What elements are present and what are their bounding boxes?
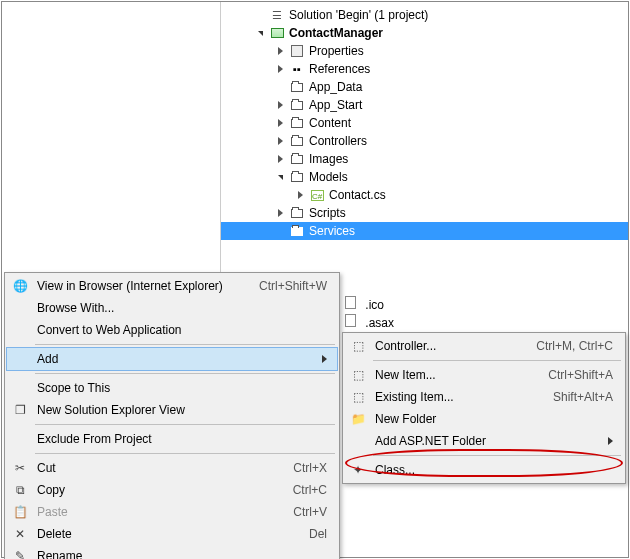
menu-separator [373,455,621,456]
expander-closed-icon[interactable] [273,206,287,220]
file-icon [342,294,358,310]
solution-icon: ☰ [269,7,285,23]
menu-separator [35,424,335,425]
menu-view-in-browser[interactable]: 🌐 View in Browser (Internet Explorer) Ct… [7,275,337,297]
menu-add[interactable]: Add [7,348,337,370]
solution-node[interactable]: ☰ Solution 'Begin' (1 project) [221,6,628,24]
controller-icon: ⬚ [350,338,366,354]
menu-add-existing-item[interactable]: ⬚ Existing Item... Shift+Alt+A [345,386,623,408]
submenu-arrow-icon [322,355,327,363]
node-label: Controllers [309,132,367,150]
node-label: Content [309,114,351,132]
tree-node-contactcs[interactable]: C# Contact.cs [221,186,628,204]
menu-separator [35,453,335,454]
shortcut-label: Del [309,527,327,541]
folder-icon [289,169,305,185]
delete-icon: ✕ [12,526,28,542]
tree-node-appstart[interactable]: App_Start [221,96,628,114]
tree-node-services-selected[interactable]: Services [221,222,628,240]
node-label: Properties [309,42,364,60]
project-node[interactable]: ContactManager [221,24,628,42]
expander-open-icon[interactable] [273,170,287,184]
tree-node-models[interactable]: Models [221,168,628,186]
expander-closed-icon[interactable] [273,98,287,112]
new-item-icon: ⬚ [350,367,366,383]
cut-icon: ✂ [12,460,28,476]
peek-label: .asax [365,316,394,330]
shortcut-label: Ctrl+X [293,461,327,475]
node-label: Scripts [309,204,346,222]
class-icon: ✦ [350,462,366,478]
expander-closed-icon[interactable] [273,116,287,130]
menu-copy[interactable]: ⧉ Copy Ctrl+C [7,479,337,501]
folder-icon [289,223,305,239]
project-icon [269,25,285,41]
node-label: App_Data [309,78,362,96]
folder-icon [289,97,305,113]
shortcut-label: Ctrl+V [293,505,327,519]
submenu-arrow-icon [608,437,613,445]
tree-node-controllers[interactable]: Controllers [221,132,628,150]
references-icon: ▪▪ [289,61,305,77]
node-label: Images [309,150,348,168]
existing-item-icon: ⬚ [350,389,366,405]
menu-exclude-from-project[interactable]: Exclude From Project [7,428,337,450]
menu-cut[interactable]: ✂ Cut Ctrl+X [7,457,337,479]
folder-icon [289,115,305,131]
peek-row-ico[interactable]: .ico [342,294,384,312]
shortcut-label: Ctrl+Shift+A [548,368,613,382]
tree-node-appdata[interactable]: App_Data [221,78,628,96]
node-label: References [309,60,370,78]
tree-node-references[interactable]: ▪▪ References [221,60,628,78]
menu-add-class[interactable]: ✦ Class... [345,459,623,481]
project-label: ContactManager [289,24,383,42]
tree-node-properties[interactable]: Properties [221,42,628,60]
shortcut-label: Ctrl+M, Ctrl+C [536,339,613,353]
expander-closed-icon[interactable] [293,188,307,202]
menu-browse-with[interactable]: Browse With... [7,297,337,319]
peek-row-asax[interactable]: .asax [342,312,394,330]
menu-add-new-item[interactable]: ⬚ New Item... Ctrl+Shift+A [345,364,623,386]
paste-icon: 📋 [12,504,28,520]
menu-paste: 📋 Paste Ctrl+V [7,501,337,523]
window-icon: ❐ [12,402,28,418]
node-label: Contact.cs [329,186,386,204]
wrench-icon [289,43,305,59]
menu-new-solution-explorer-view[interactable]: ❐ New Solution Explorer View [7,399,337,421]
menu-separator [373,360,621,361]
solution-label: Solution 'Begin' (1 project) [289,6,428,24]
folder-icon [289,151,305,167]
menu-delete[interactable]: ✕ Delete Del [7,523,337,545]
expander-icon[interactable] [253,8,267,22]
rename-icon: ✎ [12,548,28,559]
menu-separator [35,373,335,374]
expander-closed-icon[interactable] [273,152,287,166]
shortcut-label: Ctrl+Shift+W [259,279,327,293]
menu-separator [35,344,335,345]
expander-closed-icon[interactable] [273,62,287,76]
tree-node-content[interactable]: Content [221,114,628,132]
menu-add-aspnet-folder[interactable]: Add ASP.NET Folder [345,430,623,452]
expander-none [273,80,287,94]
node-label: Services [309,222,355,240]
node-label: App_Start [309,96,362,114]
menu-add-new-folder[interactable]: 📁 New Folder [345,408,623,430]
menu-add-controller[interactable]: ⬚ Controller... Ctrl+M, Ctrl+C [345,335,623,357]
context-menu-primary: 🌐 View in Browser (Internet Explorer) Ct… [4,272,340,559]
shortcut-label: Ctrl+C [293,483,327,497]
csharp-file-icon: C# [309,187,325,203]
expander-closed-icon[interactable] [273,134,287,148]
node-label: Models [309,168,348,186]
tree-node-scripts[interactable]: Scripts [221,204,628,222]
expander-open-icon[interactable] [253,26,267,40]
expander-closed-icon[interactable] [273,44,287,58]
folder-icon [289,205,305,221]
peek-label: .ico [365,298,384,312]
file-icon [342,312,358,328]
menu-rename[interactable]: ✎ Rename [7,545,337,559]
tree-node-images[interactable]: Images [221,150,628,168]
shortcut-label: Shift+Alt+A [553,390,613,404]
menu-convert-to-web[interactable]: Convert to Web Application [7,319,337,341]
new-folder-icon: 📁 [350,411,366,427]
menu-scope-to-this[interactable]: Scope to This [7,377,337,399]
